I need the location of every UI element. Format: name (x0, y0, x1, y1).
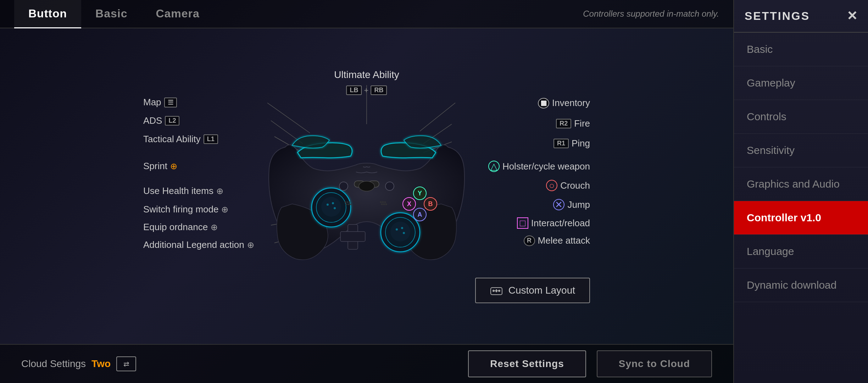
ads-badge: L2 (165, 116, 179, 126)
label-holster: △ Holster/cycle weapon (488, 161, 590, 172)
rb-badge: RB (371, 85, 387, 95)
tab-button[interactable]: Button (14, 0, 81, 28)
holster-text: Holster/cycle weapon (502, 161, 590, 172)
interact-text: Interact/reload (531, 218, 590, 229)
cloud-settings-value: Two (91, 358, 111, 370)
legend-text: Additional Legend action (143, 239, 244, 250)
sidebar-item-dynamic-download[interactable]: Dynamic download (734, 268, 868, 302)
tactical-badge: L1 (204, 134, 218, 144)
svg-point-27 (401, 227, 403, 229)
label-inventory: ⬜ Inventory (538, 98, 590, 109)
tabs-bar: Button Basic Camera Controllers supporte… (0, 0, 733, 28)
tab-camera[interactable]: Camera (141, 0, 213, 28)
label-ping: R1 Ping (553, 138, 590, 149)
svg-point-47 (381, 204, 383, 205)
sidebar-item-sensitivity[interactable]: Sensitivity (734, 134, 868, 167)
cloud-settings: Cloud Settings Two ⇄ (21, 356, 136, 371)
inventory-badge: ⬜ (538, 98, 549, 109)
label-jump: ✕ Jump (553, 199, 590, 210)
sidebar-title: SETTINGS (745, 10, 810, 23)
svg-point-25 (390, 222, 410, 242)
svg-point-54 (348, 204, 350, 205)
tactical-text: Tactical Ability (143, 134, 201, 145)
health-text: Use Health items (143, 185, 213, 196)
svg-point-57 (493, 290, 495, 292)
main-content: Button Basic Camera Controllers supporte… (0, 0, 733, 383)
label-melee: R Melee attack (524, 235, 590, 246)
tab-info: Controllers supported in-match only. (583, 9, 719, 19)
svg-point-26 (396, 228, 398, 231)
svg-point-43 (359, 181, 374, 191)
svg-point-46 (384, 201, 386, 203)
equip-text: Equip ordnance (143, 222, 208, 233)
svg-text:Y: Y (418, 190, 422, 197)
inventory-text: Inventory (552, 98, 590, 109)
cloud-settings-label: Cloud Settings (21, 358, 86, 370)
label-health: Use Health items ⊕ (143, 185, 223, 196)
ads-text: ADS (143, 115, 162, 126)
ping-text: Ping (572, 138, 590, 149)
melee-text: Melee attack (538, 235, 590, 246)
crouch-text: Crouch (560, 180, 590, 191)
svg-rect-60 (495, 290, 498, 291)
melee-badge: R (524, 235, 535, 246)
svg-point-49 (385, 204, 387, 205)
svg-text:A: A (418, 211, 422, 218)
svg-point-50 (345, 201, 346, 203)
jump-text: Jump (567, 199, 590, 210)
custom-layout-label: Custom Layout (508, 285, 575, 296)
controller-scene: Y B A X (136, 66, 597, 307)
controller-area: Y B A X (0, 28, 733, 344)
sidebar-item-language[interactable]: Language (734, 235, 868, 268)
svg-point-45 (382, 201, 384, 203)
svg-point-20 (327, 204, 329, 206)
bottom-bar: Cloud Settings Two ⇄ Reset Settings Sync… (0, 344, 733, 383)
svg-point-52 (349, 201, 351, 203)
switch-fire-text: Switch firing mode (143, 204, 218, 215)
reset-settings-button[interactable]: Reset Settings (468, 350, 586, 377)
lb-badge: LB (346, 85, 362, 95)
label-interact: □ Interact/reload (517, 217, 590, 229)
svg-point-58 (498, 290, 500, 292)
svg-point-28 (403, 232, 405, 234)
bottom-buttons: Reset Settings Sync to Cloud (468, 350, 712, 377)
close-icon[interactable]: ✕ (847, 9, 857, 23)
label-legend: Additional Legend action ⊕ (143, 239, 254, 250)
tab-basic[interactable]: Basic (81, 0, 141, 28)
sidebar-item-graphics-audio[interactable]: Graphics and Audio (734, 167, 868, 201)
sidebar-header: SETTINGS ✕ (734, 0, 868, 33)
label-switch-fire: Switch firing mode ⊕ (143, 204, 228, 215)
cloud-sync-icon[interactable]: ⇄ (116, 356, 136, 371)
svg-rect-59 (496, 289, 497, 292)
svg-point-51 (347, 201, 349, 203)
sidebar-item-gameplay[interactable]: Gameplay (734, 66, 868, 100)
controller-image: Y B A X (264, 112, 469, 261)
svg-text:B: B (428, 200, 433, 207)
ultimate-ability-text: Ultimate Ability (334, 69, 399, 81)
sprint-text: Sprint (143, 161, 167, 172)
sidebar-item-basic[interactable]: Basic (734, 33, 868, 66)
svg-rect-56 (491, 288, 502, 295)
svg-point-48 (383, 204, 385, 205)
map-badge: ☰ (164, 98, 177, 107)
label-crouch: ○ Crouch (546, 180, 590, 191)
label-fire: R2 Fire (556, 118, 590, 129)
svg-point-22 (334, 207, 336, 209)
label-equip: Equip ordnance ⊕ (143, 222, 218, 233)
label-sprint: Sprint ⊕ (143, 161, 177, 172)
sidebar-items: Basic Gameplay Controls Sensitivity Grap… (734, 33, 868, 302)
label-ads: ADS L2 (143, 115, 179, 126)
sidebar-item-controller[interactable]: Controller v1.0 (734, 201, 868, 235)
svg-point-21 (332, 202, 334, 204)
sidebar-item-controls[interactable]: Controls (734, 100, 868, 134)
label-ultimate-ability: Ultimate Ability LB + RB (334, 69, 399, 95)
sync-to-cloud-button[interactable]: Sync to Cloud (597, 350, 712, 377)
label-tactical: Tactical Ability L1 (143, 134, 218, 145)
fire-badge: R2 (556, 119, 571, 128)
map-text: Map (143, 97, 161, 108)
custom-layout-button[interactable]: Custom Layout (475, 278, 590, 303)
svg-point-53 (346, 204, 347, 205)
svg-point-42 (385, 182, 394, 190)
controller-icon (490, 285, 503, 295)
ping-badge: R1 (553, 139, 569, 148)
